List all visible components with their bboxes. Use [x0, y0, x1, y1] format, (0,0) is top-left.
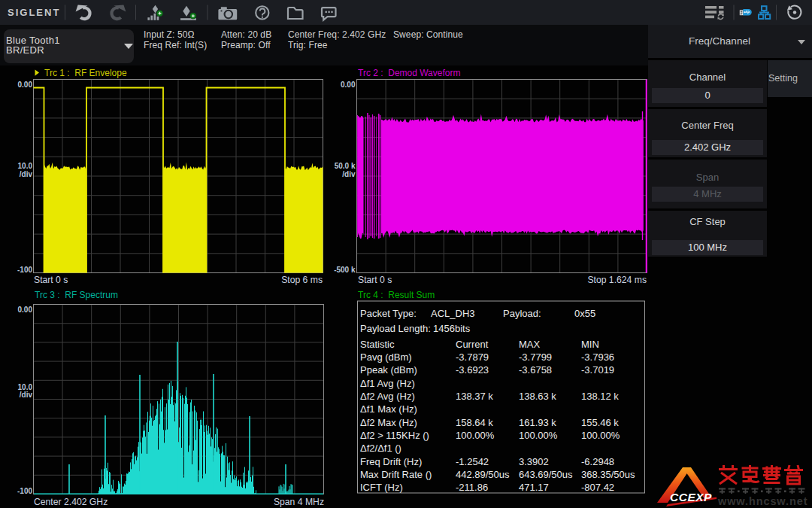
svg-text:MAX: MAX [519, 339, 541, 350]
svg-text:Δf2 Max (Hz): Δf2 Max (Hz) [360, 417, 417, 428]
svg-text:-211.86: -211.86 [456, 482, 488, 493]
svg-text:155.46 k: 155.46 k [581, 417, 619, 428]
svg-text:/div: /div [342, 170, 356, 178]
svg-text:Δf2/Δf1 (): Δf2/Δf1 () [360, 443, 401, 454]
svg-text:3.3902: 3.3902 [519, 456, 549, 467]
svg-text:-6.2948: -6.2948 [581, 456, 614, 467]
svg-text:Trc 4 : Result Sum: Trc 4 : Result Sum [358, 290, 435, 300]
svg-text:Statistic: Statistic [360, 339, 395, 350]
svg-text:Δf1 Avg (Hz): Δf1 Avg (Hz) [360, 378, 415, 389]
svg-text:/div: /div [20, 391, 33, 399]
svg-text:-3.7879: -3.7879 [456, 351, 489, 363]
svg-text:Packet Type:: Packet Type: [360, 308, 417, 319]
svg-text:-3.7019: -3.7019 [581, 364, 614, 376]
svg-text:-1.2542: -1.2542 [456, 456, 489, 467]
svg-text:0.00: 0.00 [18, 306, 33, 314]
svg-text:Δf2 Avg (Hz): Δf2 Avg (Hz) [360, 391, 415, 402]
svg-text:10.0: 10.0 [18, 162, 33, 170]
svg-text:Δf1 Max (Hz): Δf1 Max (Hz) [360, 403, 417, 415]
svg-text:Center 2.402 GHz: Center 2.402 GHz [34, 497, 108, 507]
svg-text:-3.7799: -3.7799 [519, 351, 552, 363]
svg-text:www.hncsw.net: www.hncsw.net [717, 495, 807, 507]
svg-text:0.00: 0.00 [341, 81, 356, 89]
svg-text:50.0 k: 50.0 k [335, 162, 356, 170]
svg-text:138.37 k: 138.37 k [456, 391, 493, 402]
svg-text:100.00%: 100.00% [456, 430, 495, 441]
svg-text:-807.42: -807.42 [581, 482, 614, 493]
svg-text:-100: -100 [17, 266, 32, 274]
svg-text:MIN: MIN [581, 339, 599, 350]
svg-text:442.89/50us: 442.89/50us [456, 469, 510, 480]
svg-text:Stop 6 ms: Stop 6 ms [281, 275, 323, 285]
svg-text:-100: -100 [17, 487, 32, 495]
svg-text:Current: Current [456, 339, 489, 350]
svg-text:Pavg (dBm): Pavg (dBm) [360, 351, 412, 363]
svg-text:Trc 2 : Demod Waveform: Trc 2 : Demod Waveform [358, 68, 460, 78]
svg-text:1456bits: 1456bits [433, 323, 471, 334]
svg-text:471.17: 471.17 [519, 482, 549, 493]
svg-text:Start 0 s: Start 0 s [34, 275, 68, 285]
svg-text:Payload Length:: Payload Length: [360, 323, 431, 334]
svg-text:Max Drift Rate (): Max Drift Rate () [360, 469, 432, 480]
svg-text:0x55: 0x55 [574, 308, 595, 319]
svg-text:Trc 3 : RF Spectrum: Trc 3 : RF Spectrum [35, 290, 118, 300]
svg-text:Trc 1 : RF Envelope: Trc 1 : RF Envelope [44, 68, 127, 78]
svg-text:158.64 k: 158.64 k [456, 417, 493, 428]
svg-text:ICFT (Hz): ICFT (Hz) [360, 482, 403, 493]
svg-text:Start 0 s: Start 0 s [358, 275, 392, 285]
svg-text:/div: /div [20, 170, 33, 178]
svg-text:-3.6758: -3.6758 [519, 364, 552, 376]
svg-text:Δf2 > 115KHz (): Δf2 > 115KHz () [360, 430, 429, 441]
svg-text:100.00%: 100.00% [581, 430, 620, 441]
svg-text:Stop 1.624 ms: Stop 1.624 ms [587, 275, 647, 285]
svg-text:Payload:: Payload: [503, 308, 541, 319]
svg-text:-3.6923: -3.6923 [456, 364, 489, 376]
svg-text:ACL_DH3: ACL_DH3 [431, 308, 475, 319]
svg-text:CCEXP: CCEXP [670, 491, 712, 503]
svg-text:0.00: 0.00 [18, 81, 33, 89]
svg-text:368.35/50us: 368.35/50us [581, 469, 635, 480]
svg-text:138.63 k: 138.63 k [519, 391, 556, 402]
svg-text:-3.7936: -3.7936 [581, 351, 614, 363]
svg-text:-500 k: -500 k [334, 266, 356, 274]
svg-text:138.12 k: 138.12 k [581, 391, 619, 402]
svg-text:Span 4 MHz: Span 4 MHz [274, 497, 324, 507]
svg-text:161.93 k: 161.93 k [519, 417, 556, 428]
svg-text:643.69/50us: 643.69/50us [519, 469, 573, 480]
svg-text:Freq Drift (Hz): Freq Drift (Hz) [360, 456, 422, 467]
svg-text:Ppeak (dBm): Ppeak (dBm) [360, 364, 417, 376]
svg-text:100.00%: 100.00% [519, 430, 558, 441]
